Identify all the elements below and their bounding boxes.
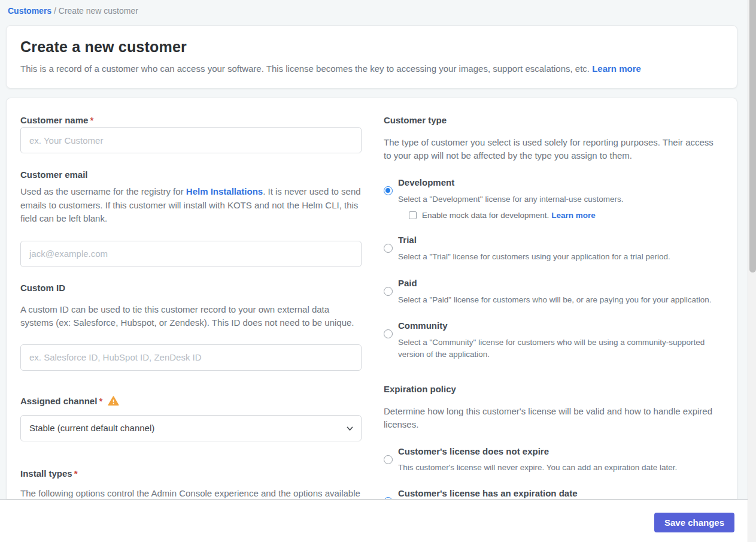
required-asterisk: * [90, 115, 93, 125]
mock-data-checkbox-row: Enable mock data for development. Learn … [409, 211, 716, 220]
assigned-channel-select[interactable]: Stable (current default channel) [20, 415, 362, 441]
customer-type-option-trial: Trial Select a "Trial" license for custo… [384, 235, 716, 263]
customer-name-input[interactable] [20, 127, 362, 153]
breadcrumb-separator: / [54, 6, 59, 16]
warning-triangle-icon [108, 396, 119, 406]
option-title: Development [398, 178, 716, 187]
assigned-channel-label: Assigned channel* [20, 395, 362, 407]
option-title: Community [398, 321, 716, 331]
install-types-label: Install types* [20, 468, 362, 480]
breadcrumb-customers-link[interactable]: Customers [8, 6, 51, 16]
assigned-channel-select-wrap: Stable (current default channel) [20, 415, 362, 441]
option-title: Paid [398, 278, 716, 288]
radio-license-does-not-expire[interactable] [384, 455, 393, 464]
page-title: Create a new customer [20, 38, 723, 56]
option-description: This customer's license will never expir… [398, 462, 716, 474]
expiration-option-has-date: Customer's license has an expiration dat… [384, 489, 716, 499]
customer-email-label: Customer email [20, 169, 362, 181]
required-asterisk: * [99, 395, 102, 407]
scrollbar-track[interactable] [748, 0, 756, 542]
mock-data-checkbox[interactable] [409, 211, 417, 219]
save-changes-button[interactable]: Save changes [654, 513, 734, 532]
customer-type-option-development: Development Select a "Development" licen… [384, 178, 716, 220]
form-right-column: Customer type The type of customer you s… [384, 114, 716, 499]
radio-license-has-expiration[interactable] [384, 497, 393, 499]
customer-email-input[interactable] [20, 241, 362, 267]
install-types-help: The following options control the Admin … [20, 487, 362, 499]
custom-id-input[interactable] [20, 344, 362, 371]
expiration-policy-section: Expiration policy Determine how long thi… [384, 383, 716, 499]
breadcrumb: Customers / Create new customer [8, 6, 138, 16]
customer-type-option-paid: Paid Select a "Paid" license for custome… [384, 278, 716, 306]
expiration-policy-description: Determine how long this customer's licen… [384, 405, 715, 431]
customer-name-label: Customer name* [20, 114, 362, 126]
option-title: Trial [398, 235, 716, 245]
option-description: Select a "Trial" license for customers u… [398, 251, 716, 263]
radio-development[interactable] [384, 186, 393, 195]
option-title: Customer's license does not expire [398, 447, 716, 456]
breadcrumb-current: Create new customer [59, 6, 138, 16]
custom-id-label: Custom ID [20, 282, 362, 294]
header-learn-more-link[interactable]: Learn more [592, 63, 641, 74]
scrollbar-thumb[interactable] [749, 0, 756, 272]
helm-installations-link[interactable]: Helm Installations [186, 186, 263, 196]
radio-community[interactable] [384, 329, 393, 338]
option-description: Select a "Community" license for custome… [398, 337, 716, 360]
option-title: Customer's license has an expiration dat… [398, 489, 716, 498]
custom-id-help: A custom ID can be used to tie this cust… [20, 303, 365, 330]
header-card: Create a new customer This is a record o… [6, 25, 737, 89]
customer-email-help: Used as the username for the registry fo… [20, 185, 362, 226]
option-description: Select a "Development" license for any i… [398, 193, 716, 205]
option-description: Select a "Paid" license for customers wh… [398, 294, 716, 306]
mock-data-checkbox-label: Enable mock data for development. Learn … [422, 211, 596, 220]
required-asterisk: * [74, 468, 78, 479]
form-left-column: Customer name* Customer email Used as th… [20, 114, 362, 499]
customer-type-label: Customer type [384, 114, 716, 126]
radio-paid[interactable] [384, 287, 393, 296]
expiration-option-no-expire: Customer's license does not expire This … [384, 447, 716, 474]
mock-data-learn-more-link[interactable]: Learn more [551, 211, 596, 220]
expiration-policy-label: Expiration policy [384, 383, 716, 395]
customer-type-description: The type of customer you select is used … [384, 136, 715, 162]
page-description: This is a record of a customer who can a… [20, 63, 723, 74]
customer-type-option-community: Community Select a "Community" license f… [384, 321, 716, 360]
form-footer: Save changes [0, 499, 756, 542]
radio-trial[interactable] [384, 244, 393, 253]
create-customer-form: Customer name* Customer email Used as th… [6, 98, 737, 499]
